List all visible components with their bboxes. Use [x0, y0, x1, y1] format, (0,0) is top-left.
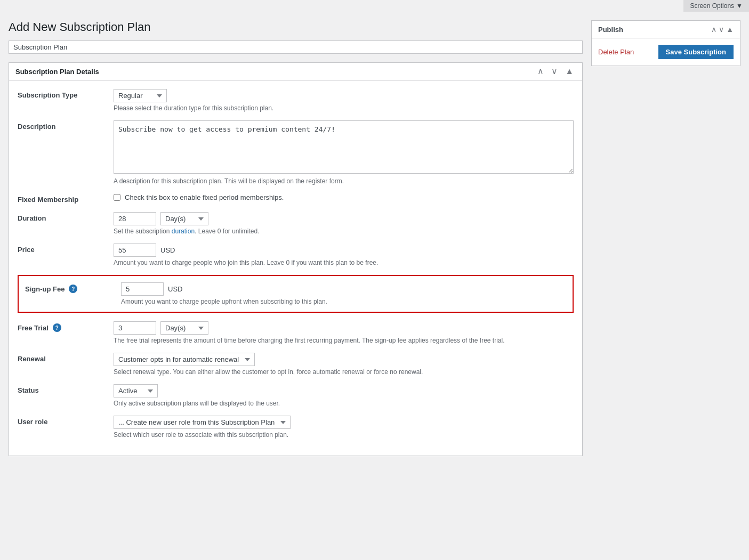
- plan-name-input[interactable]: [9, 40, 583, 54]
- user-role-field: ... Create new user role from this Subsc…: [114, 416, 574, 439]
- publish-title: Publish: [598, 26, 623, 34]
- screen-options-button[interactable]: Screen Options ▼: [683, 0, 749, 12]
- renewal-hint: Select renewal type. You can either allo…: [114, 368, 574, 376]
- subscription-type-hint: Please select the duration type for this…: [114, 104, 574, 112]
- duration-field: Day(s) Week(s) Month(s) Year(s) Set the …: [114, 212, 574, 235]
- metabox-down-button[interactable]: ∨: [549, 67, 560, 76]
- publish-box: Publish ∧ ∨ ▲ Delete Plan Save Subscript…: [591, 20, 740, 66]
- user-role-row: User role ... Create new user role from …: [18, 416, 574, 439]
- metabox-up-button[interactable]: ∧: [535, 67, 546, 76]
- price-currency: USD: [160, 246, 175, 254]
- subscription-plan-details-metabox: Subscription Plan Details ∧ ∨ ▲ Subscrip…: [9, 62, 583, 456]
- signup-fee-help-icon[interactable]: ?: [69, 285, 77, 293]
- subscription-type-select[interactable]: Regular Sequential Dripped: [114, 89, 167, 102]
- signup-fee-field: USD Amount you want to charge people upf…: [121, 282, 566, 305]
- description-textarea[interactable]: Subscribe now to get access to premium c…: [114, 120, 574, 174]
- subscription-type-label: Subscription Type: [18, 89, 114, 99]
- publish-header: Publish ∧ ∨ ▲: [592, 21, 740, 38]
- description-row: Description Subscribe now to get access …: [18, 120, 574, 185]
- free-trial-unit-select[interactable]: Day(s) Week(s) Month(s) Year(s): [160, 321, 208, 335]
- renewal-select[interactable]: Customer opts in for automatic renewal F…: [114, 353, 255, 366]
- save-subscription-button[interactable]: Save Subscription: [658, 45, 734, 59]
- duration-label: Duration: [18, 212, 114, 222]
- screen-options-label: Screen Options: [690, 2, 734, 10]
- signup-fee-section: Sign-up Fee ? USD Amount you want to cha…: [18, 275, 574, 313]
- free-trial-value-input[interactable]: [114, 321, 156, 335]
- publish-header-controls: ∧ ∨ ▲: [711, 25, 734, 34]
- user-role-hint: Select which user role to associate with…: [114, 431, 574, 439]
- price-hint: Amount you want to charge people who joi…: [114, 259, 574, 266]
- status-hint: Only active subscription plans will be d…: [114, 400, 574, 407]
- free-trial-row: Free Trial ? Day(s) Week(s) Month(s) Yea…: [18, 321, 574, 344]
- price-inputs: USD: [114, 244, 574, 257]
- free-trial-help-icon[interactable]: ?: [53, 323, 61, 332]
- renewal-field: Customer opts in for automatic renewal F…: [114, 353, 574, 376]
- free-trial-hint: The free trial represents the amount of …: [114, 337, 574, 344]
- duration-unit-select[interactable]: Day(s) Week(s) Month(s) Year(s): [160, 212, 208, 225]
- duration-inputs: Day(s) Week(s) Month(s) Year(s): [114, 212, 574, 225]
- publish-down-button[interactable]: ∨: [719, 25, 724, 34]
- metabox-header: Subscription Plan Details ∧ ∨ ▲: [9, 63, 582, 80]
- fixed-membership-checkbox-row: Check this box to enable fixed period me…: [114, 193, 574, 201]
- metabox-controls: ∧ ∨ ▲: [535, 67, 576, 76]
- delete-plan-link[interactable]: Delete Plan: [598, 48, 634, 56]
- status-field: Active Inactive Only active subscription…: [114, 384, 574, 407]
- duration-value-input[interactable]: [114, 212, 156, 225]
- duration-hint-link[interactable]: duration: [172, 228, 195, 235]
- signup-fee-inputs: USD: [121, 282, 566, 296]
- status-label: Status: [18, 384, 114, 394]
- renewal-row: Renewal Customer opts in for automatic r…: [18, 353, 574, 376]
- metabox-toggle-button[interactable]: ▲: [563, 67, 576, 76]
- sidebar: Publish ∧ ∨ ▲ Delete Plan Save Subscript…: [591, 20, 740, 66]
- price-row: Price USD Amount you want to charge peop…: [18, 244, 574, 266]
- renewal-label: Renewal: [18, 353, 114, 363]
- signup-fee-value-input[interactable]: [121, 282, 164, 296]
- duration-hint: Set the subscription duration. Leave 0 f…: [114, 228, 574, 235]
- user-role-select[interactable]: ... Create new user role from this Subsc…: [114, 416, 291, 429]
- signup-fee-hint: Amount you want to charge people upfront…: [121, 298, 566, 305]
- publish-toggle-button[interactable]: ▲: [726, 25, 734, 34]
- description-label: Description: [18, 120, 114, 131]
- user-role-label: User role: [18, 416, 114, 426]
- status-row: Status Active Inactive Only active subsc…: [18, 384, 574, 407]
- fixed-membership-label: Fixed Membership: [18, 193, 114, 204]
- price-value-input[interactable]: [114, 244, 156, 257]
- publish-body: Delete Plan Save Subscription: [592, 38, 740, 66]
- status-select[interactable]: Active Inactive: [114, 384, 158, 397]
- description-hint: A description for this subscription plan…: [114, 177, 574, 185]
- signup-fee-currency: USD: [168, 285, 182, 293]
- duration-row: Duration Day(s) Week(s) Month(s) Year(s): [18, 212, 574, 235]
- free-trial-label: Free Trial ?: [18, 321, 114, 332]
- signup-fee-label: Sign-up Fee ?: [25, 282, 121, 293]
- fixed-membership-checkbox[interactable]: [114, 194, 120, 201]
- fixed-membership-field: Check this box to enable fixed period me…: [114, 193, 574, 201]
- price-label: Price: [18, 244, 114, 254]
- screen-options-chevron: ▼: [736, 2, 743, 10]
- fixed-membership-row: Fixed Membership Check this box to enabl…: [18, 193, 574, 204]
- fixed-membership-checkbox-label: Check this box to enable fixed period me…: [125, 193, 284, 201]
- publish-up-button[interactable]: ∧: [711, 25, 716, 34]
- metabox-body: Subscription Type Regular Sequential Dri…: [9, 80, 582, 456]
- subscription-type-field: Regular Sequential Dripped Please select…: [114, 89, 574, 112]
- description-field: Subscribe now to get access to premium c…: [114, 120, 574, 185]
- page-title: Add New Subscription Plan: [9, 20, 583, 34]
- free-trial-inputs: Day(s) Week(s) Month(s) Year(s): [114, 321, 574, 335]
- price-field: USD Amount you want to charge people who…: [114, 244, 574, 266]
- subscription-type-row: Subscription Type Regular Sequential Dri…: [18, 89, 574, 112]
- free-trial-field: Day(s) Week(s) Month(s) Year(s) The free…: [114, 321, 574, 344]
- metabox-title: Subscription Plan Details: [15, 68, 99, 76]
